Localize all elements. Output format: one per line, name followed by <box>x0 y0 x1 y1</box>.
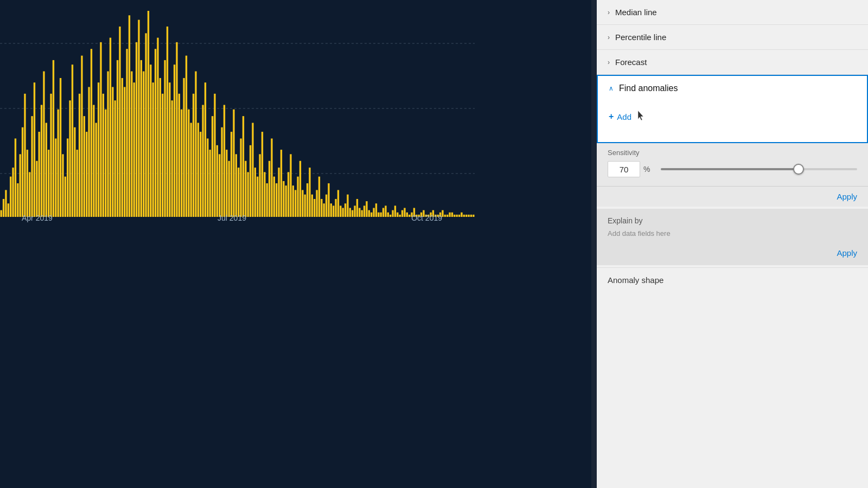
find-anomalies-section: ∧ Find anomalies + Add <box>597 75 868 143</box>
add-anomaly-button[interactable]: + Add <box>609 107 646 126</box>
find-anomalies-header[interactable]: ∧ Find anomalies <box>598 76 867 101</box>
svg-rect-86 <box>197 123 199 217</box>
forecast-label: Forecast <box>615 57 647 67</box>
percentile-chevron: › <box>608 34 610 41</box>
svg-rect-81 <box>186 56 187 217</box>
svg-rect-40 <box>88 87 90 217</box>
sensitivity-slider-track[interactable] <box>661 168 857 170</box>
explain-by-section: Explain by Add data fields here Apply <box>597 209 868 265</box>
svg-rect-95 <box>219 154 220 217</box>
svg-rect-58 <box>131 72 132 217</box>
svg-rect-91 <box>209 150 211 217</box>
svg-rect-43 <box>95 123 97 217</box>
chart-area: Apr 2019 Jul 2019 Oct 2019 <box>0 0 591 488</box>
svg-rect-64 <box>145 33 146 217</box>
svg-rect-105 <box>242 116 244 217</box>
svg-rect-65 <box>148 11 149 217</box>
sensitivity-apply-button[interactable]: Apply <box>837 192 857 201</box>
add-label: Add <box>617 112 631 121</box>
svg-rect-116 <box>269 161 270 217</box>
svg-rect-51 <box>114 100 116 217</box>
forecast-chevron: › <box>608 59 610 66</box>
svg-rect-61 <box>138 20 139 217</box>
percent-label: % <box>643 165 650 174</box>
svg-rect-62 <box>141 60 142 217</box>
bar-chart <box>0 0 475 220</box>
svg-rect-112 <box>259 154 260 217</box>
svg-rect-25 <box>53 60 54 217</box>
svg-rect-23 <box>48 150 49 217</box>
svg-rect-32 <box>69 100 71 217</box>
right-panel: › Median line › Percentile line › Foreca… <box>597 0 868 488</box>
forecast-section[interactable]: › Forecast <box>597 50 868 75</box>
svg-rect-74 <box>169 82 170 217</box>
svg-rect-48 <box>107 72 108 217</box>
svg-rect-120 <box>278 168 279 217</box>
svg-rect-97 <box>224 105 225 217</box>
sensitivity-section: Sensitivity % <box>597 143 868 187</box>
svg-rect-42 <box>93 105 94 217</box>
panel-divider <box>591 0 597 488</box>
svg-rect-57 <box>129 15 130 217</box>
svg-rect-88 <box>202 105 203 217</box>
svg-rect-49 <box>110 38 111 217</box>
svg-rect-85 <box>195 72 196 217</box>
svg-rect-9 <box>15 138 16 217</box>
slider-fill <box>661 168 798 170</box>
median-chevron: › <box>608 9 610 16</box>
svg-rect-39 <box>86 132 87 217</box>
svg-rect-47 <box>105 110 106 217</box>
svg-rect-66 <box>150 65 151 217</box>
svg-rect-36 <box>79 94 80 217</box>
percentile-line-section[interactable]: › Percentile line <box>597 25 868 50</box>
svg-rect-35 <box>76 150 78 217</box>
svg-rect-72 <box>164 60 165 217</box>
svg-rect-80 <box>183 78 184 217</box>
svg-rect-31 <box>67 138 68 217</box>
median-line-section[interactable]: › Median line <box>597 0 868 25</box>
svg-rect-29 <box>62 154 63 217</box>
svg-rect-100 <box>231 132 232 217</box>
svg-rect-67 <box>152 82 154 217</box>
median-label: Median line <box>615 8 657 17</box>
svg-rect-96 <box>221 127 222 217</box>
sensitivity-row: % <box>608 161 857 177</box>
explain-by-apply-button[interactable]: Apply <box>837 248 857 258</box>
svg-rect-92 <box>212 116 213 217</box>
svg-rect-37 <box>81 56 82 217</box>
slider-thumb[interactable] <box>793 164 804 175</box>
svg-rect-109 <box>252 123 253 217</box>
x-label-jul: Jul 2019 <box>218 214 246 222</box>
svg-rect-63 <box>143 72 144 217</box>
svg-rect-94 <box>216 145 218 217</box>
svg-rect-77 <box>176 42 177 217</box>
svg-rect-50 <box>112 87 113 217</box>
svg-rect-60 <box>136 42 137 217</box>
svg-rect-16 <box>31 116 33 217</box>
svg-rect-12 <box>22 127 23 217</box>
x-label-oct: Oct 2019 <box>411 214 442 222</box>
svg-rect-21 <box>43 72 44 217</box>
svg-rect-129 <box>299 161 301 217</box>
percentile-label: Percentile line <box>615 33 666 42</box>
sensitivity-value-input[interactable] <box>608 161 640 177</box>
svg-rect-54 <box>122 78 123 217</box>
svg-rect-76 <box>174 65 175 217</box>
svg-rect-8 <box>12 168 14 217</box>
svg-rect-102 <box>235 154 237 217</box>
svg-rect-93 <box>214 94 215 217</box>
svg-rect-18 <box>36 161 37 217</box>
explain-by-apply-row: Apply <box>608 237 857 258</box>
svg-rect-52 <box>117 60 118 217</box>
svg-rect-79 <box>181 110 182 217</box>
svg-rect-99 <box>228 161 230 217</box>
anomaly-shape-section[interactable]: Anomaly shape <box>597 267 868 293</box>
add-button-area: + Add <box>598 101 867 142</box>
svg-rect-101 <box>233 110 234 217</box>
x-label-apr: Apr 2019 <box>22 214 53 222</box>
svg-rect-104 <box>240 138 241 217</box>
explain-by-placeholder: Add data fields here <box>608 229 857 237</box>
svg-rect-41 <box>91 49 92 217</box>
svg-rect-106 <box>245 161 246 217</box>
svg-rect-26 <box>55 138 56 217</box>
